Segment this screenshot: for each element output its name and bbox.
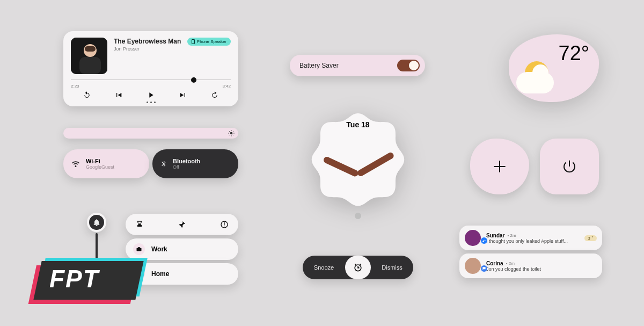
place-work-label: Work [151,245,167,253]
sender-name: Sundar [486,233,504,238]
alert-icon[interactable] [220,220,229,229]
snooze-button[interactable]: Snooze [303,264,345,271]
alarm-clock-icon [353,262,363,273]
clock-indicator [355,213,361,219]
notification-body: I thought you only leaked Apple stuff... [486,238,579,244]
dismiss-button[interactable]: Dismiss [371,264,413,271]
svg-rect-15 [224,226,224,226]
svg-line-9 [229,131,230,132]
battery-saver-label: Battery Saver [299,62,339,69]
add-button[interactable] [470,139,529,194]
wifi-label: Wi-Fi [86,158,114,164]
watermark: FPT [38,261,140,300]
weather-widget[interactable]: 72° [509,34,599,102]
notification-count: 3 ˅ [584,235,597,241]
svg-rect-3 [85,46,96,52]
seek-thumb[interactable] [191,77,196,83]
replay-10-icon[interactable] [83,91,91,99]
svg-line-10 [233,135,233,135]
notification-card[interactable]: Corina • 2m Jon you clogged the toilet [459,253,602,278]
brightness-icon [228,129,235,137]
svg-point-4 [230,132,233,135]
battery-saver-switch[interactable] [397,60,420,71]
seek-bar[interactable] [71,77,231,83]
wifi-ssid: GoogleGuest [86,164,114,170]
svg-line-11 [233,131,233,132]
svg-line-12 [229,135,230,135]
watermark-text: FPT [49,264,99,293]
power-button[interactable] [540,139,599,194]
page-dots [71,102,231,103]
power-icon [561,158,577,175]
elapsed-time: 2:20 [71,84,79,89]
svg-rect-2 [79,57,101,74]
wifi-tile[interactable]: Wi-Fi GoogleGuest [63,149,149,178]
media-player-widget[interactable]: The Eyebrowless Man Jon Prosser Phone Sp… [63,31,238,106]
place-work[interactable]: Work [126,238,238,260]
output-device-badge[interactable]: Phone Speaker [187,38,231,46]
notifications-toggle[interactable] [87,213,106,232]
messages-icon [481,265,487,272]
pin-icon[interactable] [178,220,186,229]
notification-time: 2m [510,233,516,238]
avatar [465,230,481,246]
output-device-label: Phone Speaker [197,39,226,44]
phone-icon [192,39,195,44]
volume-column[interactable] [82,213,112,243]
briefcase-icon [133,243,145,255]
bluetooth-status: Off [173,164,200,170]
temperature: 72° [559,42,589,65]
brightness-slider[interactable] [63,128,238,139]
clock-widget[interactable]: Tue 18 [296,110,420,233]
forward-10-icon[interactable] [210,91,219,99]
hourglass-icon[interactable] [135,220,144,229]
notification-time: 2m [509,261,515,266]
notification-body: Jon you clogged the toilet [486,266,597,272]
alarm-action-bar: Snooze Dismiss [303,256,413,279]
wifi-icon [71,159,80,169]
messenger-icon [481,237,487,244]
sender-name: Corina [486,260,503,266]
notification-card[interactable]: Sundar • 2m I thought you only leaked Ap… [459,226,602,250]
next-icon[interactable] [179,91,187,99]
volume-track[interactable] [96,233,98,260]
track-artist: Jon Prosser [114,46,231,52]
cloud-icon [516,72,554,93]
plus-icon [491,157,509,176]
avatar [465,258,481,274]
clock-date: Tue 18 [296,120,420,129]
alarm-center-button[interactable] [345,256,371,279]
album-art [71,38,107,74]
bluetooth-icon [160,159,167,169]
play-icon[interactable] [147,91,155,99]
bell-icon [92,218,101,227]
total-time: 3:42 [222,84,231,89]
bluetooth-label: Bluetooth [173,158,200,164]
bluetooth-tile[interactable]: Bluetooth Off [152,149,238,178]
svg-rect-14 [224,222,224,225]
place-home-label: Home [151,270,169,278]
battery-saver-row[interactable]: Battery Saver [290,55,425,76]
actions-toolbar [126,214,238,235]
previous-icon[interactable] [114,91,123,99]
